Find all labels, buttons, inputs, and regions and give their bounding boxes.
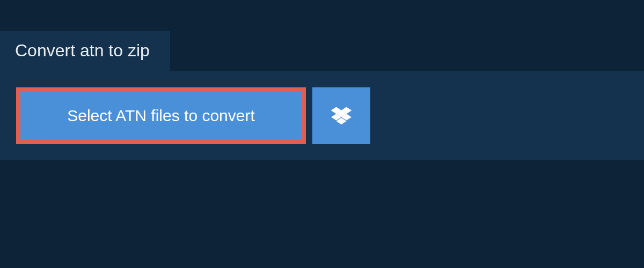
- tab-bar: Convert atn to zip: [0, 0, 644, 71]
- select-files-label: Select ATN files to convert: [67, 107, 255, 125]
- dropbox-icon: [331, 107, 352, 125]
- tab-convert-atn-to-zip[interactable]: Convert atn to zip: [0, 31, 170, 71]
- select-files-button[interactable]: Select ATN files to convert: [16, 87, 306, 144]
- button-row: Select ATN files to convert: [16, 87, 628, 144]
- tab-label: Convert atn to zip: [15, 41, 150, 60]
- dropbox-button[interactable]: [312, 87, 370, 144]
- converter-panel: Select ATN files to convert: [0, 71, 644, 160]
